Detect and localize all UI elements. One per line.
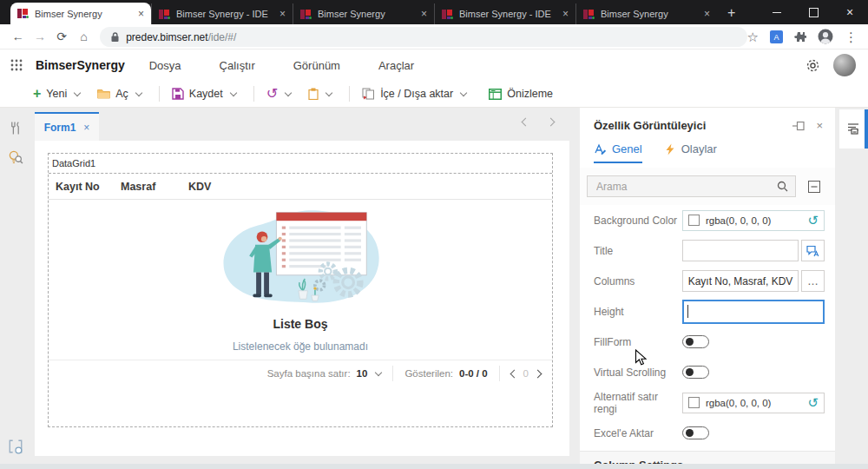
preview-button[interactable]: Önizleme xyxy=(489,88,553,100)
undo-button[interactable]: ↺ xyxy=(266,87,291,101)
import-export-button[interactable]: İçe / Dışa aktar xyxy=(362,88,466,100)
tab-genel[interactable]: Genel xyxy=(594,142,642,163)
previous-page-icon[interactable] xyxy=(510,369,518,378)
rows-per-page-value[interactable]: 10 xyxy=(357,368,368,379)
search-input[interactable] xyxy=(595,180,777,194)
browser-tab-3[interactable]: Bimser Synergy × xyxy=(293,3,434,24)
tab-close-icon[interactable]: × xyxy=(562,8,569,20)
waffle-menu-icon[interactable] xyxy=(10,59,23,71)
new-tab-button[interactable]: + xyxy=(727,6,735,20)
translate-icon[interactable]: A xyxy=(770,30,783,43)
save-icon xyxy=(172,88,184,100)
close-panel-button[interactable]: × xyxy=(816,120,823,131)
chevron-down-icon xyxy=(229,89,236,96)
form-design-canvas[interactable]: DataGrid1 Kayıt No Masraf KDV xyxy=(35,141,569,456)
forward-icon[interactable]: → xyxy=(29,30,50,43)
save-button[interactable]: Kaydet xyxy=(172,88,236,100)
new-button[interactable]: + Yeni xyxy=(33,87,80,101)
tab-olaylar[interactable]: Olaylar xyxy=(665,142,717,163)
code-brackets-icon[interactable] xyxy=(8,439,23,458)
tab-title: Bimser Synergy - IDE xyxy=(459,9,556,19)
datagrid-header-row: Kayıt No Masraf KDV xyxy=(49,174,552,200)
color-swatch[interactable] xyxy=(688,215,700,226)
columns-more-button[interactable]: … xyxy=(801,270,825,292)
property-row-title: Title xyxy=(580,235,835,266)
tab-close-icon[interactable]: × xyxy=(421,8,427,20)
menu-araclar[interactable]: Araçlar xyxy=(378,59,414,72)
browser-tab-4[interactable]: Bimser Synergy - IDE × xyxy=(434,3,575,24)
browser-tab-strip: Bimser Synergy × Bimser Synergy - IDE × … xyxy=(0,0,868,24)
browser-menu-icon[interactable]: ⋮ xyxy=(845,30,858,43)
menu-gorunum[interactable]: Görünüm xyxy=(293,59,340,72)
menu-dosya[interactable]: Dosya xyxy=(149,59,181,72)
browser-tab-1[interactable]: Bimser Synergy × xyxy=(10,3,151,24)
toolbar-separator xyxy=(159,86,160,102)
app-menu-bar: Dosya Çalıştır Görünüm Araçlar xyxy=(149,59,414,72)
color-picker-field[interactable]: rgba(0, 0, 0, 0) ↺ xyxy=(682,393,825,413)
next-page-icon[interactable] xyxy=(534,369,542,378)
open-button[interactable]: Aç xyxy=(97,88,141,100)
page-number: 0 xyxy=(523,368,529,379)
color-swatch[interactable] xyxy=(688,397,700,408)
empty-list-title: Liste Boş xyxy=(273,317,327,331)
window-close-button[interactable]: × xyxy=(832,0,868,24)
tab-close-icon[interactable]: × xyxy=(279,8,286,20)
app-header: BimserSynergy Dosya Çalıştır Görünüm Ara… xyxy=(0,50,868,81)
inspect-lightbulb-icon[interactable] xyxy=(8,149,23,169)
chevron-down-icon xyxy=(460,89,467,96)
browser-tab-5[interactable]: Bimser Synergy × xyxy=(575,3,717,24)
empty-state: Liste Boş Listelenecek öğe bulunamadı xyxy=(49,200,552,360)
property-search-band xyxy=(580,168,835,205)
column-header[interactable]: KDV xyxy=(188,181,211,193)
title-input[interactable] xyxy=(682,240,799,261)
fillform-toggle-off[interactable] xyxy=(682,335,709,348)
refresh-icon[interactable]: ⟳ xyxy=(51,30,73,43)
window-maximize-button[interactable] xyxy=(795,0,832,24)
scroll-left-icon[interactable] xyxy=(522,118,530,127)
bookmark-star-icon[interactable]: ☆ xyxy=(747,30,759,43)
back-icon[interactable]: ← xyxy=(7,30,29,43)
home-icon[interactable]: ⌂ xyxy=(73,30,95,43)
pin-panel-button[interactable] xyxy=(792,121,805,131)
datagrid-control[interactable]: DataGrid1 Kayıt No Masraf KDV xyxy=(48,153,553,427)
browser-tab-2[interactable]: Bimser Synergy - IDE × xyxy=(151,3,293,24)
form-tab-close-icon[interactable]: × xyxy=(83,122,89,134)
page-navigation: 0 xyxy=(499,366,552,381)
tab-title: Bimser Synergy xyxy=(318,9,415,19)
settings-gear-icon[interactable] xyxy=(806,58,820,73)
columns-value-field[interactable]: Kayıt No, Masraf, KDV xyxy=(682,270,799,292)
undo-icon: ↺ xyxy=(266,87,278,101)
bimser-logo-icon xyxy=(300,9,312,20)
screen: Bimser Synergy × Bimser Synergy - IDE × … xyxy=(0,0,868,469)
tab-close-icon[interactable]: × xyxy=(138,8,144,20)
paste-button[interactable] xyxy=(308,88,332,100)
extensions-puzzle-icon[interactable] xyxy=(794,30,806,43)
reset-icon[interactable]: ↺ xyxy=(807,214,819,227)
virtual-scrolling-toggle-off[interactable] xyxy=(682,366,709,379)
address-bar-actions: ☆ A ⋮ xyxy=(747,29,861,44)
browser-profile-icon[interactable] xyxy=(818,29,833,44)
toolbox-icon[interactable] xyxy=(8,121,23,139)
import-export-icon xyxy=(362,88,375,100)
column-header[interactable]: Masraf xyxy=(121,181,188,193)
menu-calistir[interactable]: Çalıştır xyxy=(220,59,255,72)
height-input-focused[interactable] xyxy=(682,300,825,324)
user-avatar[interactable] xyxy=(833,54,856,76)
collapse-all-button[interactable] xyxy=(804,176,825,197)
search-icon xyxy=(777,181,788,192)
chevron-down-icon[interactable] xyxy=(375,368,382,375)
excel-export-toggle-off[interactable] xyxy=(682,426,709,439)
form-tab-form1[interactable]: Form1 × xyxy=(35,112,99,141)
datagrid-name-label: DataGrid1 xyxy=(49,154,552,174)
window-minimize-button[interactable] xyxy=(759,0,795,24)
column-header[interactable]: Kayıt No xyxy=(49,181,121,193)
collapse-all-icon xyxy=(808,181,820,193)
localization-button[interactable] xyxy=(801,240,825,261)
reset-icon[interactable]: ↺ xyxy=(807,396,819,409)
mouse-cursor xyxy=(635,349,648,367)
scroll-right-icon[interactable] xyxy=(547,118,556,127)
tab-close-icon[interactable]: × xyxy=(704,8,710,20)
url-input[interactable]: predev.bimser.net/ide/#/ xyxy=(100,27,746,47)
bottom-edge xyxy=(0,464,868,469)
color-picker-field[interactable]: rgba(0, 0, 0, 0) ↺ xyxy=(682,210,825,231)
